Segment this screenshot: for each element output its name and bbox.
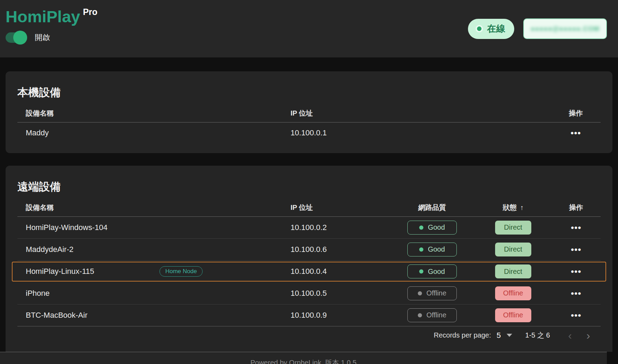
table-row[interactable]: HomiPlay-Windows-104 10.100.0.2 Good Dir…	[17, 217, 601, 239]
table-row-selected[interactable]: HomiPlay-Linux-115 Home Node 10.100.0.4 …	[17, 261, 601, 283]
table-row[interactable]: iPhone 10.100.0.5 Offline Offline •••	[17, 283, 601, 304]
column-ip-address: IP 位址	[282, 203, 389, 212]
column-status-sortable[interactable]: 狀態 ↑	[475, 203, 551, 212]
connection-status-badge: Offline	[495, 286, 531, 300]
device-ip: 10.100.0.4	[282, 267, 389, 276]
column-ip-address: IP 位址	[282, 109, 551, 118]
column-device-name: 設備名稱	[17, 203, 282, 212]
local-devices-title: 本機設備	[17, 71, 601, 100]
remote-devices-card: 遠端設備 設備名稱 IP 位址 網路品質 狀態 ↑ 操作 HomiPlay-Wi…	[6, 166, 612, 352]
connection-status-badge: Direct	[495, 221, 531, 235]
quality-dot-icon	[419, 269, 423, 274]
device-ip: 10.100.0.2	[282, 223, 389, 232]
network-quality-badge: Offline	[407, 308, 457, 322]
remote-devices-title: 遠端設備	[17, 166, 601, 194]
device-ip: 10.100.0.9	[282, 311, 389, 320]
online-status-label: 在線	[487, 23, 505, 35]
quality-dot-icon	[419, 247, 423, 252]
row-actions-menu-button[interactable]: •••	[571, 289, 581, 298]
quality-dot-icon	[419, 225, 423, 230]
column-actions: 操作	[551, 109, 601, 118]
toggle-knob-icon	[13, 31, 27, 45]
row-actions-menu-button[interactable]: •••	[571, 245, 581, 254]
service-toggle[interactable]	[6, 32, 26, 43]
online-status-badge: 在線	[468, 19, 514, 39]
table-row: Maddy 10.100.0.1 •••	[17, 122, 601, 144]
brand-block: HomiPlay Pro 開啟	[6, 8, 97, 45]
records-per-page-select[interactable]: 5	[496, 331, 512, 340]
table-row[interactable]: MaddydeAir-2 10.100.0.6 Good Direct •••	[17, 239, 601, 261]
records-per-page-label: Records per page:	[434, 331, 491, 339]
remote-table-header: 設備名稱 IP 位址 網路品質 狀態 ↑ 操作	[17, 201, 601, 217]
device-name: MaddydeAir-2	[17, 245, 282, 254]
next-page-button[interactable]: ›	[586, 330, 590, 341]
device-name: HomiPlay-Linux-115	[26, 267, 94, 276]
network-quality-badge: Good	[407, 264, 457, 278]
sort-ascending-icon: ↑	[520, 204, 524, 212]
table-row[interactable]: BTC-MacBook-Air 10.100.0.9 Offline Offli…	[17, 304, 601, 326]
local-table-header: 設備名稱 IP 位址 操作	[17, 106, 601, 122]
main-content: 本機設備 設備名稱 IP 位址 操作 Maddy 10.100.0.1 ••• …	[0, 71, 618, 352]
account-button[interactable]: ●●●●●@●●●●●.COM	[523, 18, 607, 39]
previous-page-button[interactable]: ‹	[568, 330, 572, 341]
local-devices-card: 本機設備 設備名稱 IP 位址 操作 Maddy 10.100.0.1 •••	[6, 71, 612, 153]
home-node-tag: Home Node	[159, 266, 203, 277]
device-name: HomiPlay-Windows-104	[17, 223, 282, 232]
records-per-page-value: 5	[496, 331, 501, 340]
device-name: iPhone	[17, 289, 282, 298]
network-quality-badge: Good	[407, 243, 457, 256]
page-range-label: 1-5 之 6	[525, 331, 550, 340]
device-ip: 10.100.0.6	[282, 245, 389, 254]
account-email-obscured: ●●●●●@●●●●●.COM	[531, 25, 600, 33]
device-name: Maddy	[17, 128, 282, 137]
connection-status-badge: Offline	[495, 308, 531, 322]
column-status-label: 狀態	[503, 203, 517, 212]
row-actions-menu-button[interactable]: •••	[571, 311, 581, 320]
pagination-bar: Records per page: 5 1-5 之 6 ‹ ›	[17, 326, 601, 345]
quality-dot-icon	[418, 313, 422, 317]
pro-badge: Pro	[83, 7, 97, 17]
network-quality-badge: Offline	[407, 286, 457, 300]
row-actions-menu-button[interactable]: •••	[571, 128, 581, 137]
footer: Powered by OrpheLink 版本 1.0.5	[0, 352, 607, 364]
row-actions-menu-button[interactable]: •••	[571, 267, 581, 276]
footer-version-text: Powered by OrpheLink 版本 1.0.5	[250, 358, 357, 364]
row-actions-menu-button[interactable]: •••	[571, 223, 581, 232]
connection-status-badge: Direct	[495, 264, 531, 278]
toggle-label: 開啟	[35, 32, 50, 43]
chevron-down-icon	[507, 334, 512, 337]
column-network-quality: 網路品質	[390, 203, 475, 212]
app-logo: HomiPlay	[6, 8, 80, 26]
quality-dot-icon	[418, 291, 422, 295]
column-actions: 操作	[551, 203, 601, 212]
connection-status-badge: Direct	[495, 243, 531, 256]
online-dot-icon	[477, 26, 482, 31]
device-ip: 10.100.0.1	[282, 128, 551, 137]
device-ip: 10.100.0.5	[282, 289, 389, 298]
topbar: HomiPlay Pro 開啟 在線 ●●●●●@●●●●●.COM	[0, 0, 618, 57]
network-quality-badge: Good	[407, 221, 457, 235]
device-name: BTC-MacBook-Air	[17, 311, 282, 320]
column-device-name: 設備名稱	[17, 109, 282, 118]
